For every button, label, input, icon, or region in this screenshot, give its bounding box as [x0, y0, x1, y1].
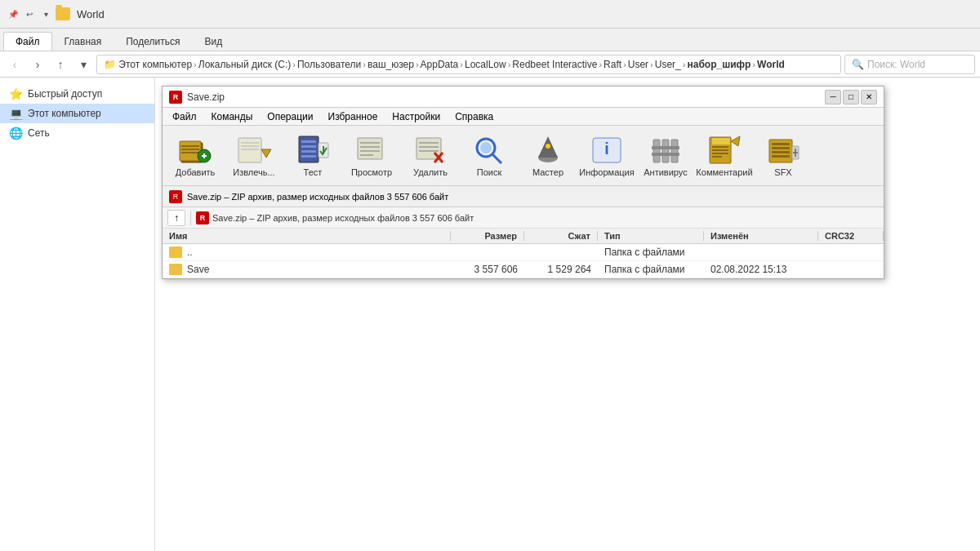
- delete-icon: [411, 133, 450, 167]
- path-redbeet: Redbeet Interactive: [512, 59, 597, 70]
- tool-view-button[interactable]: Просмотр: [344, 129, 399, 182]
- quick-access-icon: 📌: [7, 7, 20, 20]
- svg-marker-50: [731, 136, 740, 146]
- winrar-filelist: Имя Размер Сжат Тип Изменён CRC32 ..: [163, 229, 884, 278]
- tool-wizard-button[interactable]: Мастер: [520, 129, 576, 182]
- up-button[interactable]: ↑: [51, 55, 70, 74]
- menu-favorites[interactable]: Избранное: [322, 109, 385, 124]
- file-packed-cell: 1 529 264: [524, 264, 598, 275]
- rar-nav-up[interactable]: ↑: [167, 210, 185, 226]
- tool-delete-label: Удалить: [413, 167, 448, 178]
- svg-rect-43: [652, 153, 679, 156]
- computer-icon: 💻: [8, 107, 23, 120]
- col-type-header[interactable]: Тип: [598, 231, 704, 241]
- tool-extract-button[interactable]: Извлечь...: [226, 129, 282, 182]
- col-crc-header[interactable]: CRC32: [818, 231, 884, 241]
- path-appdata: AppData: [421, 59, 459, 70]
- svg-line-33: [492, 154, 501, 163]
- svg-rect-54: [772, 151, 790, 153]
- sidebar-item-quick-access[interactable]: ⭐ Быстрый доступ: [0, 84, 154, 104]
- menu-operations[interactable]: Операции: [261, 109, 319, 124]
- tool-test-label: Тест: [304, 167, 323, 178]
- svg-rect-55: [772, 155, 790, 158]
- tool-delete-button[interactable]: Удалить: [403, 129, 458, 182]
- col-name-header[interactable]: Имя: [163, 231, 451, 241]
- winrar-controls: ─ □ ✕: [825, 90, 877, 104]
- menu-settings[interactable]: Настройки: [385, 109, 447, 124]
- tool-find-button[interactable]: Поиск: [461, 129, 517, 182]
- svg-rect-7: [203, 153, 205, 158]
- tool-comment-label: Комментарий: [696, 167, 752, 178]
- sidebar-item-this-computer[interactable]: 💻 Этот компьютер: [0, 104, 154, 123]
- menu-file[interactable]: Файл: [166, 109, 203, 124]
- svg-rect-27: [419, 146, 439, 148]
- folder-icon: [56, 7, 70, 20]
- winrar-menubar: Файл Команды Операции Избранное Настройк…: [163, 108, 884, 126]
- svg-rect-48: [712, 153, 728, 154]
- undo-icon[interactable]: ↩: [23, 7, 36, 20]
- path-cipher: набор_шифр: [687, 59, 751, 70]
- sidebar-item-network[interactable]: 🌐 Сеть: [0, 123, 154, 143]
- path-user: ваш_юзер: [368, 59, 414, 70]
- tool-view-label: Просмотр: [351, 167, 392, 178]
- close-button[interactable]: ✕: [861, 90, 877, 104]
- path-computer: 📁 Этот компьютер: [104, 59, 192, 70]
- tool-antivirus-label: Антивирус: [644, 167, 687, 178]
- filelist-header: Имя Размер Сжат Тип Изменён CRC32: [163, 229, 884, 244]
- sidebar-network-label: Сеть: [28, 127, 50, 139]
- tab-share[interactable]: Поделиться: [114, 32, 192, 51]
- path-users: Пользователи: [297, 59, 361, 70]
- col-size-header[interactable]: Размер: [451, 231, 524, 241]
- svg-rect-20: [358, 138, 382, 159]
- address-path[interactable]: 📁 Этот компьютер › Локальный диск (C:) ›…: [96, 55, 841, 74]
- svg-rect-21: [360, 142, 380, 144]
- svg-rect-3: [181, 149, 199, 150]
- tool-test-button[interactable]: Тест: [285, 129, 341, 182]
- recent-button[interactable]: ▾: [74, 55, 93, 74]
- search-box[interactable]: 🔍 Поиск: World: [844, 55, 975, 74]
- col-packed-header[interactable]: Сжат: [524, 231, 598, 241]
- folder-small-icon: [169, 247, 182, 258]
- svg-rect-45: [712, 138, 730, 144]
- maximize-button[interactable]: □: [843, 90, 859, 104]
- dropdown-icon[interactable]: ▾: [39, 7, 52, 20]
- tool-antivirus-button[interactable]: Антивирус: [638, 129, 693, 182]
- network-icon: 🌐: [8, 127, 23, 140]
- table-row[interactable]: Save 3 557 606 1 529 264 Папка с файлами…: [163, 261, 884, 278]
- svg-rect-46: [712, 146, 728, 148]
- tool-comment-button[interactable]: Комментарий: [697, 129, 752, 182]
- tool-extract-label: Извлечь...: [233, 167, 274, 178]
- menu-help[interactable]: Справка: [448, 109, 500, 124]
- winrar-toolbar: Добавить Извле: [163, 126, 884, 186]
- minimize-button[interactable]: ─: [825, 90, 841, 104]
- folder-small-icon: [169, 264, 182, 275]
- menu-commands[interactable]: Команды: [205, 109, 260, 124]
- svg-point-32: [480, 142, 492, 153]
- window-title: World: [77, 8, 105, 20]
- path-localow: LocalLow: [465, 59, 506, 70]
- back-button[interactable]: ‹: [5, 55, 24, 74]
- file-name-cell: ..: [163, 247, 451, 258]
- col-modified-header[interactable]: Изменён: [704, 231, 818, 241]
- find-icon: [470, 133, 509, 167]
- tab-view[interactable]: Вид: [192, 32, 234, 51]
- tab-home[interactable]: Главная: [52, 32, 114, 51]
- tool-info-button[interactable]: i Информация: [579, 129, 635, 182]
- main-layout: ⭐ Быстрый доступ 💻 Этот компьютер 🌐 Сеть…: [0, 78, 980, 551]
- svg-rect-17: [301, 155, 316, 158]
- forward-button[interactable]: ›: [28, 55, 47, 74]
- file-name-cell: Save: [163, 264, 451, 275]
- winrar-titlebar: R Save.zip ─ □ ✕: [163, 87, 884, 108]
- tool-add-button[interactable]: Добавить: [167, 129, 223, 182]
- svg-rect-11: [241, 149, 259, 150]
- tool-sfx-button[interactable]: SFX: [755, 129, 811, 182]
- table-row[interactable]: .. Папка с файлами: [163, 244, 884, 261]
- svg-rect-9: [241, 142, 259, 144]
- svg-rect-10: [241, 145, 259, 147]
- path-disk: Локальный диск (C:): [198, 59, 292, 70]
- sidebar: ⭐ Быстрый доступ 💻 Этот компьютер 🌐 Сеть: [0, 78, 155, 551]
- winrar-overlay: R Save.zip ─ □ ✕ Файл Команды Операции И…: [155, 78, 980, 551]
- svg-rect-23: [360, 150, 380, 152]
- tab-file[interactable]: Файл: [3, 32, 52, 51]
- svg-rect-39: [653, 140, 660, 162]
